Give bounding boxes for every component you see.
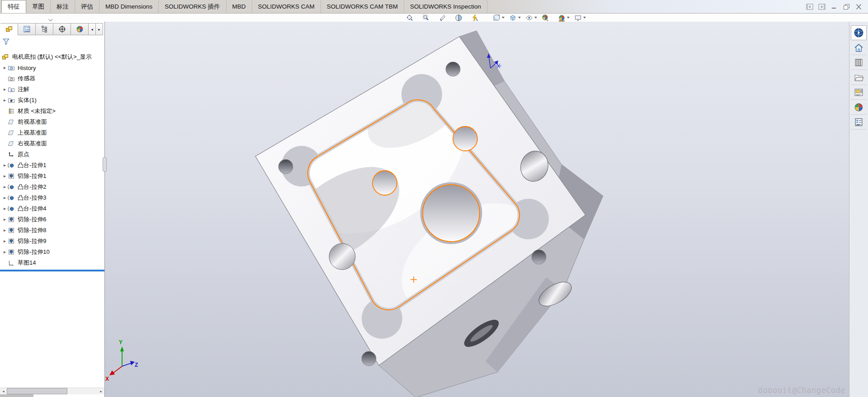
ribbon-tab-SOLIDWORKS CAM TBM[interactable]: SOLIDWORKS CAM TBM — [321, 0, 404, 13]
dropdown-arrow-icon[interactable] — [567, 17, 570, 19]
tree-item-凸台-拉伸4[interactable]: ▸ 凸台-拉伸4 — [0, 203, 104, 214]
expand-arrow-icon[interactable]: ▸ — [2, 214, 8, 225]
dropdown-arrow-icon[interactable] — [583, 17, 586, 19]
taskpane-tab-view-palette[interactable] — [851, 85, 867, 100]
ribbon-tab-SOLIDWORKS CAM[interactable]: SOLIDWORKS CAM — [252, 0, 321, 13]
tree-item-切除-拉伸6[interactable]: ▸ 切除-拉伸6 — [0, 214, 104, 225]
tree-item-切除-拉伸10[interactable]: ▸ 切除-拉伸10 — [0, 247, 104, 257]
taskpane-tab-solidworks-resources[interactable] — [851, 25, 867, 40]
toolbar-button-zoom-to-fit[interactable] — [404, 14, 420, 22]
sketch-center-circle[interactable] — [423, 185, 480, 242]
tree-item-label: 切除-拉伸6 — [18, 215, 47, 224]
scrollbar-thumb[interactable] — [7, 388, 67, 394]
panel-horizontal-scrollbar[interactable]: ◂ ▸ — [0, 388, 104, 394]
dropdown-arrow-icon[interactable] — [518, 17, 521, 19]
tree-item-label: 前视基准面 — [18, 118, 47, 126]
ribbon-tab-评估[interactable]: 评估 — [75, 0, 99, 13]
model-canvas[interactable]: Y Z X — [105, 22, 849, 397]
tree-item-label: 切除-拉伸8 — [18, 226, 47, 234]
scroll-left-arrow-icon[interactable]: ◂ — [0, 388, 7, 395]
expand-arrow-icon[interactable]: ▸ — [2, 171, 8, 182]
ribbon-tab-SOLIDWORKS Inspection[interactable]: SOLIDWORKS Inspection — [404, 0, 487, 13]
expand-arrow-icon[interactable]: ▸ — [2, 192, 8, 203]
ribbon-tab-label: SOLIDWORKS 插件 — [165, 3, 220, 11]
expand-arrow-icon[interactable]: ▸ — [2, 62, 8, 73]
tree-item-凸台-拉伸1[interactable]: ▸ 凸台-拉伸1 — [0, 160, 104, 171]
tree-item-草图14[interactable]: ▸ 草图14 — [0, 257, 104, 268]
toolbar-button-apply-scene[interactable] — [556, 14, 572, 22]
scroll-right-arrow-icon[interactable]: ▸ — [98, 388, 104, 395]
ribbon-tab-标注[interactable]: 标注 — [51, 0, 75, 13]
expand-arrow-icon[interactable]: ▸ — [2, 95, 8, 106]
tree-item-右视基准面[interactable]: ▸ 右视基准面 — [0, 138, 104, 149]
expand-arrow-icon[interactable]: ▸ — [2, 84, 8, 95]
dropdown-arrow-icon[interactable] — [534, 17, 537, 19]
design-library-icon — [854, 57, 864, 68]
panel-splitter-handle[interactable] — [103, 157, 107, 172]
toolbar-button-edit-appearance[interactable] — [539, 14, 556, 22]
expand-arrow-icon[interactable]: ▸ — [2, 236, 8, 247]
dropdown-arrow-icon[interactable] — [502, 17, 505, 19]
ribbon-tab-草图[interactable]: 草图 — [26, 0, 51, 13]
ribbon-tab-MBD Dimensions[interactable]: MBD Dimensions — [99, 0, 159, 13]
tree-item-前视基准面[interactable]: ▸ 前视基准面 — [0, 117, 104, 127]
expand-arrow-icon[interactable]: ▸ — [2, 247, 8, 257]
ribbon-tab-MBD[interactable]: MBD — [226, 0, 252, 13]
sketch-hole-circle[interactable] — [453, 126, 477, 151]
solidworks-window: 特征 草图 标注 评估 MBD Dimensions SOLIDWORKS 插件… — [0, 0, 868, 397]
tree-item-原点[interactable]: ▸ 原点 — [0, 149, 104, 160]
window-button-dock-left[interactable] — [806, 3, 814, 10]
filter-icon[interactable] — [2, 37, 10, 47]
tree-item-History[interactable]: ▸ History — [0, 62, 104, 73]
taskpane-tab-design-library[interactable] — [851, 55, 867, 70]
taskpane-tab-home[interactable] — [851, 40, 867, 55]
tree-item-切除-拉伸1[interactable]: ▸ 切除-拉伸1 — [0, 171, 104, 182]
expand-arrow-icon[interactable]: ▸ — [2, 203, 8, 214]
sketch-hole-circle[interactable] — [373, 171, 397, 195]
rollback-bar[interactable] — [0, 270, 104, 271]
panel-tab-featuremanager[interactable] — [0, 23, 18, 35]
panel-tab-propertymanager[interactable] — [18, 23, 36, 35]
toolbar-button-section-view[interactable] — [453, 14, 469, 22]
ribbon-tab-特征[interactable]: 特征 — [1, 0, 26, 13]
tree-item-实体(1)[interactable]: ▸ 实体(1) — [0, 95, 104, 106]
tree-item-材质 <未指定>[interactable]: ▸ 材质 <未指定> — [0, 106, 104, 117]
through-hole[interactable] — [329, 243, 355, 270]
window-button-dock-right[interactable] — [818, 3, 826, 10]
panel-tab-list — [0, 23, 89, 35]
expand-arrow-icon[interactable]: ▸ — [2, 160, 8, 171]
tree-item-凸台-拉伸3[interactable]: ▸ 凸台-拉伸3 — [0, 192, 104, 203]
plane-icon — [8, 140, 16, 147]
custom-properties-icon — [854, 117, 864, 127]
taskpane-tab-appearances-scenes[interactable] — [851, 100, 867, 115]
expand-arrow-icon[interactable]: ▸ — [2, 182, 8, 192]
expand-arrow-icon[interactable]: ▸ — [2, 225, 8, 236]
toolbar-button-hide-show-items[interactable] — [523, 14, 539, 22]
toolbar-button-view-settings[interactable] — [572, 14, 588, 22]
tree-item-传感器[interactable]: ▸ 传感器 — [0, 73, 104, 84]
home-icon — [854, 42, 864, 53]
tree-item-凸台-拉伸2[interactable]: ▸ 凸台-拉伸2 — [0, 182, 104, 192]
panel-tabs-scroll-right-button[interactable]: ▸ — [96, 23, 103, 35]
panel-tab-dimxpertmanager[interactable] — [53, 23, 71, 35]
toolbar-button-previous-view[interactable] — [436, 14, 453, 22]
panel-tabs-scroll-left-button[interactable]: ◂ — [89, 23, 96, 35]
tree-item-注解[interactable]: ▸ A 注解 — [0, 84, 104, 95]
toolbar-button-view-orientation[interactable] — [491, 14, 507, 22]
graphics-viewport[interactable]: Y Z X dooooit@ChangeCode — [105, 22, 849, 397]
tree-item-上视基准面[interactable]: ▸ 上视基准面 — [0, 127, 104, 138]
panel-tab-configurationmanager[interactable] — [36, 23, 53, 35]
window-button-restore[interactable] — [842, 3, 850, 10]
tree-root-item[interactable]: 电机底扣 (默认) <<默认>_显示 — [0, 51, 104, 62]
window-button-close[interactable] — [854, 3, 863, 10]
ribbon-tab-SOLIDWORKS 插件[interactable]: SOLIDWORKS 插件 — [159, 0, 226, 13]
tree-item-切除-拉伸8[interactable]: ▸ 切除-拉伸8 — [0, 225, 104, 236]
toolbar-button-display-style[interactable] — [507, 14, 523, 22]
toolbar-button-zoom-to-area[interactable] — [420, 14, 436, 22]
toolbar-button-dynamic-annotation-views[interactable] — [469, 14, 485, 22]
window-button-minimize[interactable] — [830, 3, 838, 10]
taskpane-tab-custom-properties[interactable] — [851, 115, 867, 130]
tree-item-切除-拉伸9[interactable]: ▸ 切除-拉伸9 — [0, 236, 104, 247]
panel-tab-displaymanager[interactable] — [71, 23, 89, 35]
taskpane-tab-file-explorer[interactable] — [851, 70, 867, 85]
